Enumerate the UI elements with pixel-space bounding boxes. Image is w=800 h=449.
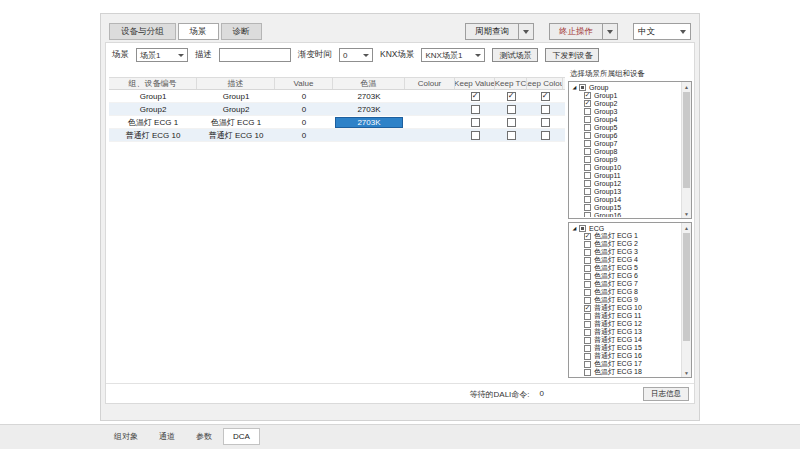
tree-item-checkbox[interactable] bbox=[584, 369, 591, 376]
tree-item[interactable]: Group11 bbox=[571, 171, 680, 179]
tree-item-checkbox[interactable] bbox=[584, 249, 591, 256]
tree-item-checkbox[interactable] bbox=[584, 196, 591, 203]
cell-colour[interactable] bbox=[405, 129, 455, 141]
scene-select[interactable]: 场景1 bbox=[136, 48, 188, 62]
top-tab-devices-groups[interactable]: 设备与分组 bbox=[109, 23, 176, 40]
scroll-down-icon[interactable]: ▼ bbox=[682, 209, 691, 218]
stop-operation-button[interactable]: 终止操作 bbox=[549, 23, 603, 40]
table-row[interactable]: 普通灯 ECG 10普通灯 ECG 100 bbox=[109, 129, 565, 142]
tree-item[interactable]: ✓Group2 bbox=[571, 99, 680, 107]
tree-item[interactable]: Group16 bbox=[571, 211, 680, 217]
knx-scene-select[interactable]: KNX场景1 bbox=[421, 48, 485, 62]
bottom-tab-channels[interactable]: 通道 bbox=[149, 428, 185, 445]
keep-checkbox-cell[interactable] bbox=[495, 129, 527, 141]
tree-item-checkbox[interactable] bbox=[584, 321, 591, 328]
tree-item-checkbox[interactable] bbox=[584, 188, 591, 195]
checkbox[interactable] bbox=[471, 131, 480, 140]
tree-item[interactable]: Group13 bbox=[571, 187, 680, 195]
cell-value[interactable]: 0 bbox=[275, 90, 333, 102]
table-row[interactable]: 色温灯 ECG 1色温灯 ECG 102703K bbox=[109, 116, 565, 129]
fade-time-select[interactable]: 0 bbox=[339, 48, 373, 62]
tree-item[interactable]: Group3 bbox=[571, 107, 680, 115]
tree-item-checkbox[interactable] bbox=[584, 172, 591, 179]
tree-item-checkbox[interactable]: ✓ bbox=[584, 100, 591, 107]
tree-item-checkbox[interactable] bbox=[584, 212, 591, 218]
tree-item-checkbox[interactable] bbox=[584, 353, 591, 360]
table-row[interactable]: Group1Group102703K✓✓✓ bbox=[109, 90, 565, 103]
scroll-up-icon[interactable]: ▲ bbox=[682, 223, 691, 232]
language-select[interactable]: 中文 bbox=[633, 23, 691, 40]
tree-item-checkbox[interactable] bbox=[584, 108, 591, 115]
stop-operation-dropdown[interactable] bbox=[603, 23, 618, 40]
tree-root[interactable]: ◢Group bbox=[571, 83, 680, 91]
cell-colour[interactable] bbox=[405, 116, 455, 128]
tree-item-checkbox[interactable] bbox=[584, 361, 591, 368]
tree-item[interactable]: Group14 bbox=[571, 195, 680, 203]
checkbox[interactable] bbox=[471, 105, 480, 114]
cell-colour[interactable] bbox=[405, 103, 455, 115]
expander-icon[interactable]: ◢ bbox=[571, 84, 578, 91]
tree-item-checkbox[interactable] bbox=[584, 313, 591, 320]
tree-item-checkbox[interactable] bbox=[584, 329, 591, 336]
tree-root-checkbox[interactable] bbox=[579, 84, 586, 91]
tree-item-checkbox[interactable]: ✓ bbox=[584, 92, 591, 99]
bottom-tab-dca[interactable]: DCA bbox=[223, 428, 260, 445]
cell-ct[interactable]: 2703K bbox=[333, 103, 405, 115]
scroll-up-icon[interactable]: ▲ bbox=[682, 82, 691, 91]
checkbox[interactable] bbox=[471, 118, 480, 127]
keep-checkbox-cell[interactable]: ✓ bbox=[455, 90, 495, 102]
cell-ct[interactable]: 2703K bbox=[333, 90, 405, 102]
checkbox[interactable] bbox=[507, 105, 516, 114]
cell-value[interactable]: 0 bbox=[275, 129, 333, 141]
keep-checkbox-cell[interactable] bbox=[495, 116, 527, 128]
test-scene-button[interactable]: 测试场景 bbox=[492, 48, 538, 62]
keep-checkbox-cell[interactable] bbox=[527, 116, 563, 128]
tree-item-checkbox[interactable] bbox=[584, 289, 591, 296]
selected-ct-cell[interactable]: 2703K bbox=[335, 117, 403, 128]
top-tab-scenes[interactable]: 场景 bbox=[178, 23, 219, 40]
tree-item-checkbox[interactable] bbox=[584, 297, 591, 304]
tree-item[interactable]: Group15 bbox=[571, 203, 680, 211]
keep-checkbox-cell[interactable]: ✓ bbox=[495, 90, 527, 102]
tree-item[interactable]: Group12 bbox=[571, 179, 680, 187]
tree-item-checkbox[interactable] bbox=[584, 164, 591, 171]
log-info-button[interactable]: 日志信息 bbox=[643, 387, 689, 401]
tree-item[interactable]: Group4 bbox=[571, 115, 680, 123]
checkbox[interactable] bbox=[507, 118, 516, 127]
cell-ct[interactable]: 2703K bbox=[333, 116, 405, 128]
tree-item-checkbox[interactable] bbox=[584, 281, 591, 288]
tree-item-checkbox[interactable] bbox=[584, 132, 591, 139]
cell-value[interactable]: 0 bbox=[275, 103, 333, 115]
scroll-thumb[interactable] bbox=[683, 233, 690, 341]
tree-item-checkbox[interactable] bbox=[584, 180, 591, 187]
tree-item[interactable]: Group5 bbox=[571, 123, 680, 131]
table-row[interactable]: Group2Group202703K bbox=[109, 103, 565, 116]
tree-item[interactable]: Group10 bbox=[571, 163, 680, 171]
cell-ct[interactable] bbox=[333, 129, 405, 141]
tree-item-checkbox[interactable] bbox=[584, 156, 591, 163]
tree-item[interactable]: Group9 bbox=[571, 155, 680, 163]
tree-item-checkbox[interactable] bbox=[584, 148, 591, 155]
tree-item[interactable]: Group7 bbox=[571, 139, 680, 147]
checkbox[interactable]: ✓ bbox=[541, 92, 550, 101]
checkbox[interactable] bbox=[541, 105, 550, 114]
tree-item-checkbox[interactable] bbox=[584, 204, 591, 211]
keep-checkbox-cell[interactable] bbox=[455, 103, 495, 115]
checkbox[interactable]: ✓ bbox=[471, 92, 480, 101]
cyclic-query-button[interactable]: 周期查询 bbox=[465, 23, 519, 40]
download-to-device-button[interactable]: 下发到设备 bbox=[545, 48, 599, 62]
tree-item-checkbox[interactable] bbox=[584, 337, 591, 344]
tree-item-checkbox[interactable] bbox=[584, 124, 591, 131]
tree-item[interactable]: Group6 bbox=[571, 131, 680, 139]
keep-checkbox-cell[interactable] bbox=[527, 103, 563, 115]
scroll-down-icon[interactable]: ▼ bbox=[682, 368, 691, 377]
keep-checkbox-cell[interactable] bbox=[455, 129, 495, 141]
tree-item-checkbox[interactable]: ✓ bbox=[584, 305, 591, 312]
ecg-tree-scrollbar[interactable]: ▲ ▼ bbox=[681, 223, 691, 377]
keep-checkbox-cell[interactable]: ✓ bbox=[527, 90, 563, 102]
tree-item-checkbox[interactable] bbox=[584, 273, 591, 280]
bottom-tab-parameters[interactable]: 参数 bbox=[186, 428, 222, 445]
bottom-tab-group-objects[interactable]: 组对象 bbox=[104, 428, 148, 445]
tree-item-checkbox[interactable] bbox=[584, 140, 591, 147]
tree-item[interactable]: Group8 bbox=[571, 147, 680, 155]
